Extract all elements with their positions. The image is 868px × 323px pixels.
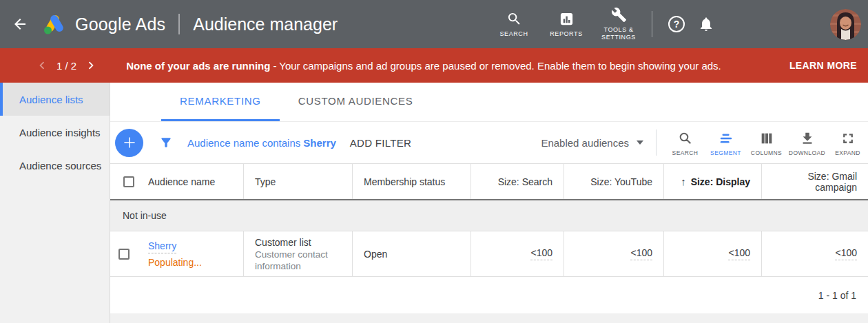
wrench-icon (611, 7, 627, 23)
table-header-row: Audience name Type Membership status Siz… (110, 164, 868, 200)
main-area: Audience lists Audience insights Audienc… (0, 83, 868, 323)
expand-icon (840, 131, 856, 146)
search-icon (678, 131, 693, 146)
add-filter-button[interactable]: ADD FILTER (350, 137, 411, 149)
tab-custom-audiences[interactable]: CUSTOM AUDIENCES (280, 83, 432, 121)
membership-status-cell: Open (353, 231, 471, 276)
columns-icon (759, 131, 774, 146)
app-bar: Google Ads Audience manager SEARCH REPOR… (0, 0, 868, 48)
toolbar-divider (656, 129, 657, 156)
filter-funnel-icon (159, 136, 173, 149)
segment-icon (719, 131, 734, 146)
active-filter-chip[interactable]: Audience name containsSherry (187, 137, 336, 149)
banner-page-indicator: 1 / 2 (56, 60, 76, 72)
sidebar-item-audience-lists[interactable]: Audience lists (0, 83, 110, 116)
sidebar-item-audience-insights[interactable]: Audience insights (0, 116, 110, 149)
alert-banner: 1 / 2 None of your ads are running- Your… (0, 48, 868, 83)
learn-more-button[interactable]: LEARN MORE (789, 60, 857, 71)
banner-message: None of your ads are running- Your campa… (126, 60, 721, 72)
tab-remarketing[interactable]: REMARKETING (161, 83, 280, 121)
size-youtube-cell: <100 (564, 231, 664, 276)
row-checkbox[interactable] (118, 249, 130, 260)
audience-name-link[interactable]: Sherry (148, 240, 176, 253)
content-area: REMARKETING CUSTOM AUDIENCES Audience na… (110, 83, 868, 323)
size-gmail-cell: <100 (762, 231, 868, 276)
group-row-not-in-use: Not in-use (110, 200, 868, 231)
size-display-cell: <100 (664, 231, 762, 276)
populating-status: Populating... (148, 257, 232, 268)
app-bar-actions: SEARCH REPORTS TOOLS & SETTINGS ? (488, 7, 868, 41)
content-card: REMARKETING CUSTOM AUDIENCES Audience na… (110, 83, 868, 313)
sidebar: Audience lists Audience insights Audienc… (0, 83, 110, 323)
columns-tool-button[interactable]: COLUMNS (746, 129, 787, 156)
size-search-value: <100 (530, 247, 552, 260)
audience-view-dropdown[interactable]: Enabled audiences (541, 137, 643, 149)
expand-tool-button[interactable]: EXPAND (827, 129, 868, 156)
banner-pager: 1 / 2 (34, 58, 99, 73)
column-header-size-gmail[interactable]: Size: Gmail campaign (762, 164, 868, 199)
size-display-value: <100 (728, 247, 750, 260)
column-header-audience-name[interactable]: Audience name (137, 164, 244, 199)
tab-bar: REMARKETING CUSTOM AUDIENCES (110, 83, 868, 122)
page-title: Audience manager (193, 14, 338, 34)
select-all-cell (110, 164, 137, 199)
download-tool-button[interactable]: DOWNLOAD (787, 129, 827, 156)
segment-tool-button[interactable]: SEGMENT (705, 129, 746, 156)
banner-prev-icon[interactable] (34, 58, 50, 73)
search-nav-button[interactable]: SEARCH (488, 11, 540, 38)
column-header-size-search[interactable]: Size: Search (471, 164, 564, 199)
select-all-checkbox[interactable] (123, 176, 134, 187)
google-ads-logo-icon[interactable] (41, 13, 66, 35)
search-tool-button[interactable]: SEARCH (665, 129, 705, 156)
type-cell: Customer list Customer contact informati… (244, 231, 353, 276)
title-divider (178, 14, 180, 34)
audience-name-cell: Sherry Populating... (137, 231, 244, 276)
sort-ascending-icon: ↑ (681, 176, 686, 187)
back-arrow-icon[interactable] (12, 16, 28, 32)
table-row: Sherry Populating... Customer list Custo… (110, 231, 868, 277)
banner-next-icon[interactable] (83, 58, 99, 73)
column-header-size-display[interactable]: ↑ Size: Display (664, 164, 762, 199)
table-toolbar: Audience name containsSherry ADD FILTER … (110, 122, 868, 164)
search-icon (506, 11, 522, 27)
size-gmail-value: <100 (835, 247, 857, 260)
chevron-down-icon (637, 140, 643, 145)
sidebar-item-audience-sources[interactable]: Audience sources (0, 149, 110, 182)
pagination-label: 1 - 1 of 1 (818, 290, 856, 301)
column-header-type[interactable]: Type (244, 164, 353, 199)
tools-settings-nav-button[interactable]: TOOLS & SETTINGS (592, 7, 645, 41)
reports-icon (559, 11, 575, 27)
size-search-cell: <100 (471, 231, 564, 276)
product-name: Google Ads (75, 14, 165, 34)
reports-nav-button[interactable]: REPORTS (540, 11, 592, 38)
app-bar-divider (652, 11, 652, 37)
column-header-size-youtube[interactable]: Size: YouTube (564, 164, 664, 199)
size-youtube-value: <100 (630, 247, 652, 260)
user-avatar[interactable] (830, 9, 861, 40)
row-select-cell (110, 231, 137, 276)
notifications-bell-icon[interactable] (698, 16, 714, 32)
plus-icon (121, 134, 138, 152)
add-audience-button[interactable] (115, 129, 143, 157)
help-icon[interactable]: ? (668, 16, 685, 32)
column-header-membership-status[interactable]: Membership status (353, 164, 471, 199)
table-footer: 1 - 1 of 1 (110, 277, 868, 313)
download-icon (800, 131, 815, 146)
